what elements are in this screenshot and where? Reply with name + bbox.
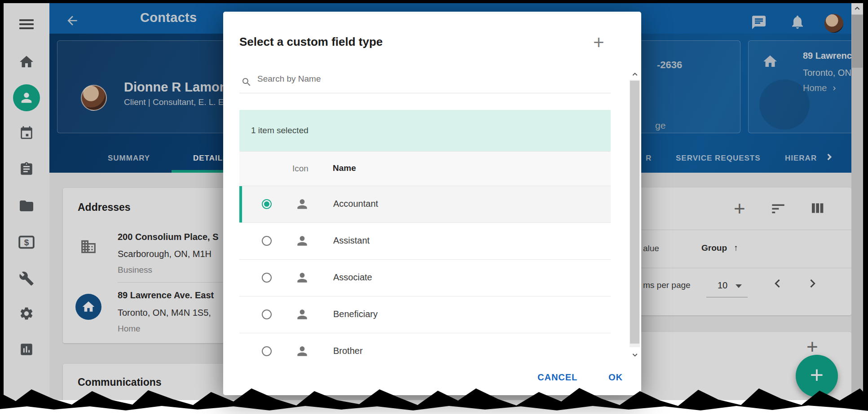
table-row[interactable]: Assistant	[239, 223, 611, 260]
radio-assistant[interactable]	[262, 236, 272, 246]
chevron-up-icon	[854, 5, 861, 12]
search-icon	[241, 77, 252, 87]
custom-field-type-dialog: Select a custom field type + 1 item sele…	[223, 12, 641, 395]
person-icon	[295, 197, 309, 211]
table-row[interactable]: Brother	[239, 333, 611, 359]
screenshot-canvas: $ Contacts	[0, 0, 868, 414]
radio-accountant[interactable]	[262, 199, 272, 209]
ok-button[interactable]: OK	[608, 372, 623, 383]
dialog-title: Select a custom field type	[239, 35, 383, 49]
selected-row-bar	[239, 186, 242, 222]
person-icon	[295, 344, 309, 358]
page-scrollbar[interactable]	[851, 3, 863, 400]
person-icon	[295, 234, 309, 248]
radio-associate[interactable]	[262, 273, 272, 283]
table-row[interactable]: Beneficiary	[239, 296, 611, 333]
row-label: Brother	[333, 346, 363, 356]
search-underline	[239, 93, 611, 93]
column-header-icon: Icon	[292, 164, 308, 174]
dialog-scrollbar[interactable]	[630, 68, 640, 370]
search-input[interactable]	[256, 74, 573, 84]
person-icon	[295, 270, 309, 285]
radio-beneficiary[interactable]	[262, 309, 272, 319]
radio-brother[interactable]	[262, 346, 272, 356]
scrollbar-thumb[interactable]	[852, 15, 863, 68]
row-label: Associate	[333, 272, 372, 283]
cancel-button[interactable]: CANCEL	[538, 372, 577, 383]
row-label: Accountant	[333, 199, 378, 209]
chevron-up-icon[interactable]	[631, 71, 639, 78]
table-row[interactable]: Associate	[239, 260, 611, 296]
field-type-list: Accountant Assistant Associate Beneficia…	[239, 186, 611, 359]
table-header: Icon Name	[239, 151, 611, 186]
dialog-add-icon[interactable]: +	[593, 33, 604, 52]
chevron-down-icon[interactable]	[631, 351, 639, 358]
column-header-name: Name	[333, 163, 356, 173]
table-row[interactable]: Accountant	[239, 186, 611, 223]
scroll-up-button[interactable]	[851, 3, 863, 14]
row-label: Beneficiary	[333, 309, 378, 319]
selection-banner-text: 1 item selected	[251, 126, 308, 135]
person-icon	[295, 307, 309, 322]
dialog-scroll-thumb[interactable]	[630, 81, 639, 344]
row-label: Assistant	[333, 235, 370, 246]
selection-banner: 1 item selected	[239, 110, 611, 151]
